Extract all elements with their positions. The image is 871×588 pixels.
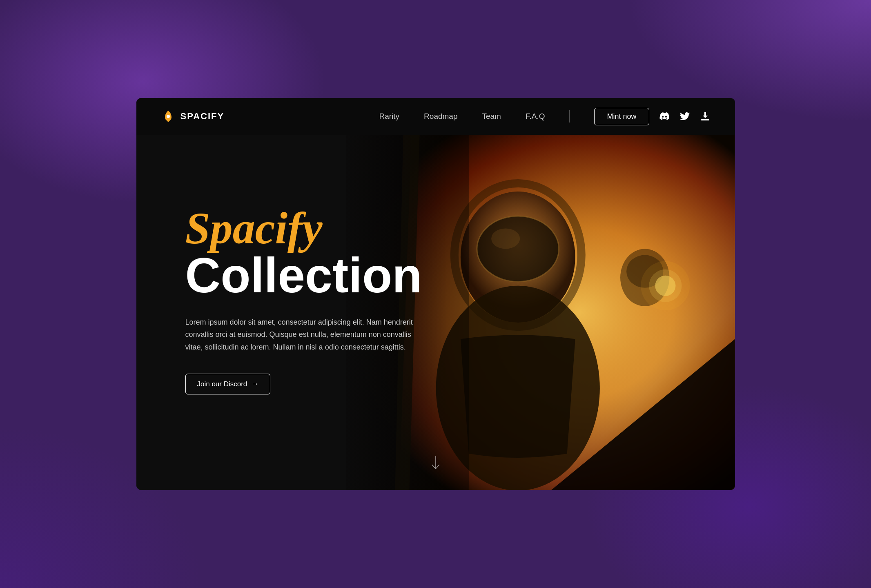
rocket-icon: [161, 109, 176, 124]
discord-icon[interactable]: [659, 111, 670, 122]
navbar: SPACIFY Rarity Roadmap Team F.A.Q Mint n…: [136, 98, 735, 135]
discord-button-arrow: →: [251, 380, 258, 388]
svg-point-0: [167, 115, 170, 118]
hero-description: Lorem ipsum dolor sit amet, consectetur …: [185, 316, 414, 354]
hero-title-bold: Collection: [185, 251, 423, 300]
scroll-arrow[interactable]: [430, 456, 442, 474]
logo-area[interactable]: SPACIFY: [161, 109, 225, 124]
main-window: SPACIFY Rarity Roadmap Team F.A.Q Mint n…: [136, 98, 735, 490]
svg-rect-1: [701, 119, 709, 120]
nav-roadmap[interactable]: Roadmap: [424, 112, 457, 121]
download-icon[interactable]: [700, 111, 711, 122]
hero-title-italic: Spacify: [185, 206, 423, 251]
nav-right: Mint now: [594, 108, 710, 125]
mint-now-button[interactable]: Mint now: [594, 108, 649, 125]
svg-point-7: [491, 228, 520, 249]
svg-point-13: [641, 261, 690, 310]
hero-section: Spacify Collection Lorem ipsum dolor sit…: [136, 135, 735, 490]
join-discord-button[interactable]: Join our Discord →: [185, 374, 271, 394]
nav-links: Rarity Roadmap Team F.A.Q Mint now: [379, 108, 710, 125]
discord-button-label: Join our Discord: [197, 380, 247, 388]
nav-team[interactable]: Team: [482, 112, 501, 121]
nav-faq[interactable]: F.A.Q: [526, 112, 545, 121]
twitter-icon[interactable]: [679, 111, 690, 122]
hero-content: Spacify Collection Lorem ipsum dolor sit…: [136, 135, 448, 490]
nav-rarity[interactable]: Rarity: [379, 112, 399, 121]
logo-text: SPACIFY: [180, 111, 225, 122]
nav-separator: [569, 110, 570, 122]
